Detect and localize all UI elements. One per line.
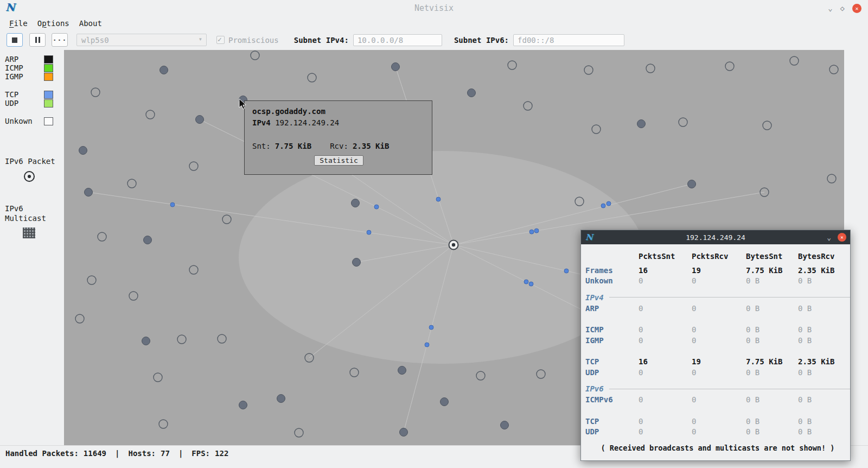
host-node[interactable]: [308, 73, 316, 82]
host-node[interactable]: [829, 65, 838, 74]
legend-item-arp: ARP: [0, 55, 64, 64]
packet-dot: [170, 203, 175, 207]
host-node[interactable]: [142, 337, 150, 345]
close-icon[interactable]: ✕: [838, 233, 846, 242]
chevron-down-icon: ▾: [199, 35, 202, 43]
legend-swatch-arp: [44, 55, 53, 64]
legend-item-igmp: IGMP: [0, 72, 64, 81]
ipv6-multicast-line1: IPv6: [5, 204, 64, 213]
host-node[interactable]: [144, 236, 152, 244]
host-node[interactable]: [501, 421, 509, 429]
menu-item-options[interactable]: Options: [33, 18, 74, 29]
fps-label: FPS:: [192, 449, 210, 458]
table-spacer: [585, 314, 850, 325]
tooltip-snt-value: 7.75 KiB: [275, 142, 311, 150]
host-node[interactable]: [251, 51, 259, 60]
more-options-button[interactable]: ...: [52, 33, 68, 47]
host-node[interactable]: [295, 428, 303, 437]
legend-swatch-igmp: [44, 73, 53, 81]
host-node[interactable]: [441, 398, 449, 406]
host-node[interactable]: [222, 215, 231, 224]
packet-dot: [607, 201, 611, 206]
host-node[interactable]: [146, 110, 155, 119]
toolbar: ... wlp5s0 ▾ Promiscious Subnet IPv4: Su…: [0, 30, 868, 50]
host-node[interactable]: [827, 174, 836, 183]
host-node[interactable]: [350, 368, 359, 377]
interface-select[interactable]: wlp5s0 ▾: [76, 34, 207, 46]
host-node[interactable]: [85, 188, 93, 197]
stats-row-udp: UDP000 B0 B: [585, 367, 850, 378]
legend-label: UDP: [5, 99, 18, 107]
host-node[interactable]: [524, 102, 532, 110]
host-node[interactable]: [75, 314, 84, 323]
legend-label: ARP: [5, 55, 18, 64]
host-node[interactable]: [398, 366, 406, 375]
table-spacer: [585, 346, 850, 357]
host-node[interactable]: [277, 395, 285, 403]
tooltip-stats-row: Snt:7.75 KiBRcv:2.35 KiB: [252, 142, 425, 150]
tooltip-rcv-label: Rcv:: [330, 142, 348, 150]
pause-capture-button[interactable]: [29, 33, 46, 47]
host-node[interactable]: [790, 56, 799, 65]
host-node[interactable]: [392, 63, 400, 71]
minimize-icon[interactable]: ⌄: [828, 4, 832, 12]
host-node[interactable]: [160, 66, 168, 74]
mouse-cursor-icon: [239, 98, 248, 110]
host-node[interactable]: [637, 120, 646, 128]
legend-swatch-unknown: [44, 117, 53, 125]
maximize-icon[interactable]: ◇: [840, 4, 845, 12]
host-node[interactable]: [353, 258, 361, 267]
subnet-ipv4-input[interactable]: [353, 34, 442, 46]
host-node[interactable]: [725, 62, 734, 71]
menu-bar: FileOptionsAbout: [0, 16, 868, 30]
host-node[interactable]: [239, 401, 247, 409]
menu-item-file[interactable]: File: [4, 18, 33, 29]
close-icon[interactable]: ✕: [852, 4, 861, 13]
packet-dot: [564, 269, 569, 273]
minimize-icon[interactable]: ⌄: [827, 234, 831, 241]
host-node[interactable]: [688, 180, 696, 188]
packet-dot: [367, 230, 371, 235]
host-node[interactable]: [400, 428, 408, 437]
host-node[interactable]: [468, 89, 476, 97]
host-node[interactable]: [127, 179, 136, 188]
promiscuous-checkbox[interactable]: [216, 36, 225, 44]
host-node[interactable]: [189, 162, 198, 170]
legend-label: TCP: [5, 90, 18, 99]
subnet-ipv6-input[interactable]: [513, 34, 624, 46]
host-node[interactable]: [584, 66, 593, 74]
menu-item-about[interactable]: About: [74, 18, 107, 29]
interface-select-value: wlp5s0: [81, 36, 109, 45]
pause-icon: [35, 37, 37, 43]
host-node[interactable]: [154, 373, 162, 382]
legend-swatch-udp: [44, 99, 53, 107]
packet-dot: [601, 204, 605, 208]
host-tooltip: ocsp.godaddy.com IPv4 192.124.249.24 Snt…: [244, 100, 432, 175]
stop-capture-button[interactable]: [7, 33, 23, 47]
host-node[interactable]: [646, 64, 655, 73]
host-node[interactable]: [763, 121, 771, 130]
host-node[interactable]: [679, 118, 687, 127]
host-node[interactable]: [592, 125, 601, 134]
statistics-titlebar[interactable]: N 192.124.249.24 ⌄ ✕: [581, 230, 850, 244]
host-node[interactable]: [159, 420, 168, 428]
host-node[interactable]: [352, 199, 360, 207]
statistic-button[interactable]: Statistic: [314, 155, 363, 166]
host-node[interactable]: [79, 147, 87, 155]
packet-dot: [534, 229, 539, 233]
legend-item-icmp: ICMP: [0, 64, 64, 72]
pause-icon: [39, 37, 40, 43]
host-node[interactable]: [196, 116, 204, 124]
host-node[interactable]: [177, 335, 186, 344]
host-node[interactable]: [129, 292, 138, 300]
subnet-ipv6-label: Subnet IPv6:: [454, 36, 509, 45]
host-node[interactable]: [476, 371, 485, 380]
host-node[interactable]: [508, 61, 516, 69]
host-node[interactable]: [218, 334, 226, 343]
host-node[interactable]: [91, 88, 100, 97]
host-node[interactable]: [537, 370, 545, 378]
col-bytessnt: BytesSnt: [746, 252, 798, 261]
host-node[interactable]: [98, 232, 106, 241]
host-node[interactable]: [189, 265, 198, 274]
host-node[interactable]: [87, 276, 96, 284]
